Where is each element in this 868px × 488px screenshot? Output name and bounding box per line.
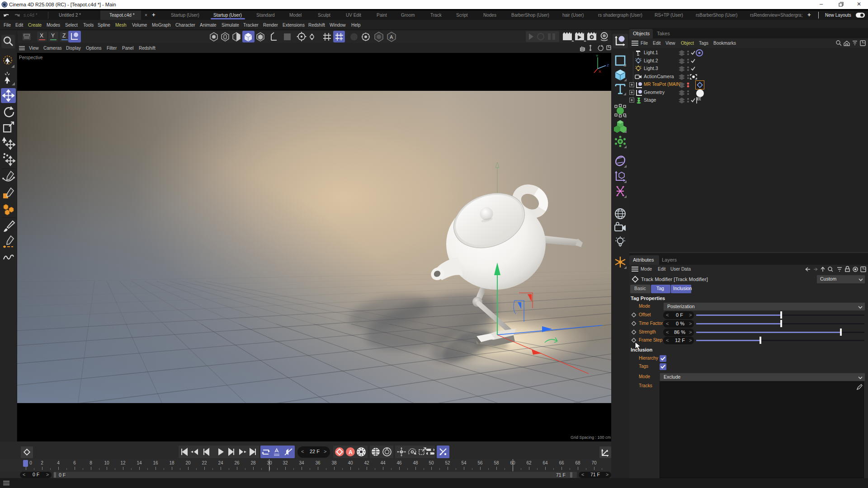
svg-text:A: A	[349, 449, 353, 455]
svg-text:X: X	[599, 70, 601, 74]
svg-text:Z: Z	[607, 63, 609, 67]
svg-text:A: A	[390, 34, 393, 40]
svg-text:Y: Y	[596, 54, 599, 58]
svg-text:Grid Spacing : 100 cm: Grid Spacing : 100 cm	[571, 435, 611, 440]
svg-text:Perspective: Perspective	[19, 55, 43, 60]
